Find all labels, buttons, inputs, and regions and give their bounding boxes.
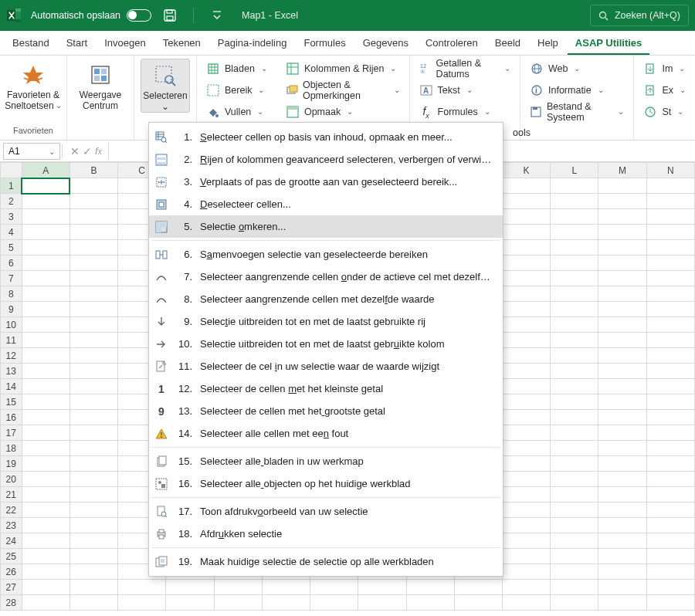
- cell[interactable]: [551, 456, 598, 472]
- cell[interactable]: [70, 209, 117, 225]
- tab-help[interactable]: Help: [530, 32, 566, 55]
- favorieten-button[interactable]: Favorieten & Sneltoetsen: [6, 59, 60, 112]
- cell[interactable]: [551, 256, 598, 271]
- cell[interactable]: [551, 225, 598, 240]
- cell[interactable]: [22, 564, 70, 580]
- cell[interactable]: [598, 302, 646, 317]
- cell[interactable]: [646, 410, 694, 425]
- cell[interactable]: [502, 333, 550, 348]
- cell[interactable]: [551, 348, 598, 364]
- cell[interactable]: [598, 286, 646, 302]
- customize-qat-icon[interactable]: [206, 5, 228, 26]
- cell[interactable]: [551, 410, 598, 425]
- row-header[interactable]: 1: [1, 178, 22, 194]
- bereik-button[interactable]: Bereik: [203, 80, 270, 100]
- menu-item[interactable]: 8.Selecteer aangrenzende cellen met deze…: [149, 288, 503, 310]
- cell[interactable]: [22, 348, 70, 364]
- cell[interactable]: [551, 549, 598, 564]
- cell[interactable]: [646, 472, 694, 487]
- row-header[interactable]: 7: [1, 271, 22, 286]
- cell[interactable]: [551, 503, 598, 518]
- cell[interactable]: [646, 178, 694, 194]
- cell[interactable]: [646, 595, 694, 611]
- cell[interactable]: [70, 240, 117, 256]
- tab-formules[interactable]: Formules: [296, 32, 353, 55]
- row-header[interactable]: 15: [1, 394, 22, 410]
- cell[interactable]: [646, 441, 694, 456]
- cell[interactable]: [551, 487, 598, 503]
- row-header[interactable]: 6: [1, 256, 22, 271]
- cell[interactable]: [646, 364, 694, 379]
- cell[interactable]: [214, 580, 262, 595]
- search-box[interactable]: Zoeken (Alt+Q): [590, 5, 689, 26]
- cell[interactable]: [22, 209, 70, 225]
- cell[interactable]: [262, 595, 310, 611]
- cell[interactable]: [646, 518, 694, 533]
- tab-beeld[interactable]: Beeld: [487, 32, 528, 55]
- menu-item[interactable]: 2.Rijen of kolommen geavanceerd selecter…: [149, 148, 503, 171]
- menu-item[interactable]: 7.Selecteer aangrenzende cellen onder de…: [149, 266, 503, 288]
- ex-button[interactable]: Ex: [640, 80, 689, 100]
- column-header[interactable]: K: [502, 163, 550, 178]
- cell[interactable]: [70, 441, 117, 456]
- cell[interactable]: [598, 518, 646, 533]
- cell[interactable]: [502, 394, 550, 410]
- cell[interactable]: [598, 533, 646, 549]
- cell[interactable]: [502, 580, 550, 595]
- cell[interactable]: [502, 209, 550, 225]
- cell[interactable]: [70, 256, 117, 271]
- cell[interactable]: [502, 487, 550, 503]
- cell[interactable]: [646, 580, 694, 595]
- row-header[interactable]: 10: [1, 317, 22, 333]
- cell[interactable]: [22, 317, 70, 333]
- cell[interactable]: [502, 379, 550, 394]
- cell[interactable]: [166, 595, 214, 611]
- toggle-switch[interactable]: [127, 9, 151, 22]
- tekst-button[interactable]: ATekst: [416, 80, 514, 100]
- cell[interactable]: [70, 549, 117, 564]
- cell[interactable]: [22, 487, 70, 503]
- cell[interactable]: [70, 302, 117, 317]
- cell[interactable]: [598, 379, 646, 394]
- tab-bestand[interactable]: Bestand: [5, 32, 57, 55]
- bladen-button[interactable]: Bladen: [203, 59, 270, 79]
- cell[interactable]: [310, 595, 358, 611]
- bestand-systeem-button[interactable]: Bestand & Systeem: [527, 102, 627, 122]
- cell[interactable]: [502, 286, 550, 302]
- cell[interactable]: [22, 425, 70, 441]
- cell[interactable]: [22, 256, 70, 271]
- row-header[interactable]: 2: [1, 194, 22, 209]
- cell[interactable]: [70, 348, 117, 364]
- cell[interactable]: [551, 425, 598, 441]
- cell[interactable]: [22, 178, 70, 194]
- chevron-down-icon[interactable]: [49, 146, 55, 157]
- column-header[interactable]: M: [598, 163, 646, 178]
- cell[interactable]: [646, 564, 694, 580]
- cell[interactable]: [646, 487, 694, 503]
- cell[interactable]: [70, 564, 117, 580]
- cell[interactable]: [70, 364, 117, 379]
- cell[interactable]: [70, 533, 117, 549]
- cell[interactable]: [646, 549, 694, 564]
- cell[interactable]: [118, 580, 166, 595]
- cell[interactable]: [70, 317, 117, 333]
- cell[interactable]: [70, 225, 117, 240]
- cell[interactable]: [406, 580, 454, 595]
- cell[interactable]: [598, 487, 646, 503]
- cell[interactable]: [22, 394, 70, 410]
- cell[interactable]: [502, 425, 550, 441]
- row-header[interactable]: 4: [1, 225, 22, 240]
- menu-item[interactable]: 913.Selecteer de cellen met het grootste…: [149, 400, 503, 422]
- cell[interactable]: [646, 394, 694, 410]
- tab-controleren[interactable]: Controleren: [418, 32, 486, 55]
- cell[interactable]: [646, 225, 694, 240]
- cell[interactable]: [22, 580, 70, 595]
- cell[interactable]: [22, 410, 70, 425]
- cell[interactable]: [118, 595, 166, 611]
- cell[interactable]: [502, 472, 550, 487]
- row-header[interactable]: 26: [1, 564, 22, 580]
- cell[interactable]: [70, 271, 117, 286]
- cell[interactable]: [551, 518, 598, 533]
- cell[interactable]: [502, 364, 550, 379]
- cell[interactable]: [22, 286, 70, 302]
